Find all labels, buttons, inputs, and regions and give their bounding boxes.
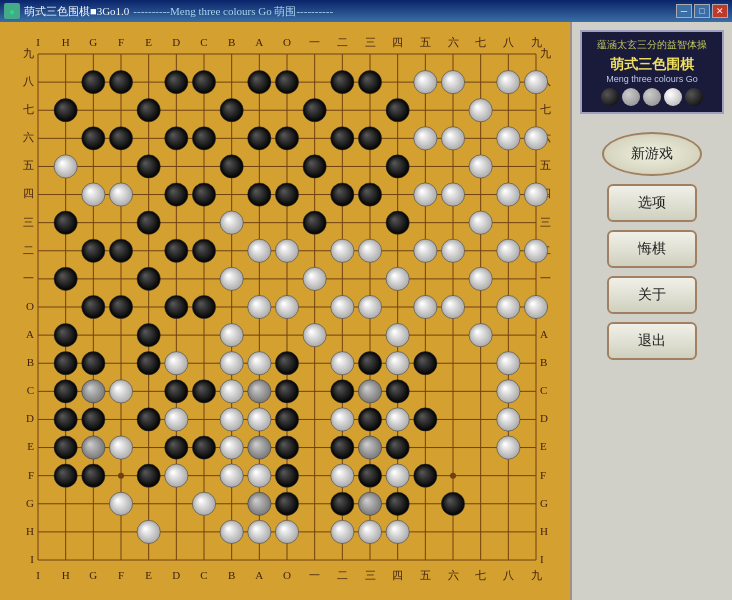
close-button[interactable]: ✕ [712, 4, 728, 18]
logo-stone-black [601, 88, 619, 106]
titlebar: ● 萌式三色围棋■3Go1.0 ----------Meng three col… [0, 0, 732, 22]
app-icon: ● [4, 3, 20, 19]
game-logo-box: 蕴涵太玄三分的益智体操 萌式三色围棋 Meng three colours Go [580, 30, 724, 114]
titlebar-left: ● 萌式三色围棋■3Go1.0 ----------Meng three col… [4, 3, 333, 19]
logo-stone-white [664, 88, 682, 106]
titlebar-subtitle: ----------Meng three colours Go 萌围------… [133, 4, 333, 19]
board-area [0, 22, 570, 600]
logo-title-en: Meng three colours Go [606, 74, 698, 84]
titlebar-buttons: ─ □ ✕ [676, 4, 728, 18]
main-container: 蕴涵太玄三分的益智体操 萌式三色围棋 Meng three colours Go… [0, 22, 732, 600]
right-panel: 蕴涵太玄三分的益智体操 萌式三色围棋 Meng three colours Go… [570, 22, 732, 600]
board-wrapper [10, 32, 558, 588]
logo-title-cn: 萌式三色围棋 [610, 56, 694, 74]
go-board[interactable] [10, 32, 558, 588]
regret-button[interactable]: 悔棋 [607, 230, 697, 268]
logo-subtitle: 蕴涵太玄三分的益智体操 [597, 38, 707, 52]
titlebar-title: 萌式三色围棋■3Go1.0 [24, 4, 129, 19]
quit-button[interactable]: 退出 [607, 322, 697, 360]
new-game-button[interactable]: 新游戏 [602, 132, 702, 176]
logo-stones [601, 88, 703, 106]
minimize-button[interactable]: ─ [676, 4, 692, 18]
options-button[interactable]: 选项 [607, 184, 697, 222]
logo-stone-black2 [685, 88, 703, 106]
maximize-button[interactable]: □ [694, 4, 710, 18]
about-button[interactable]: 关于 [607, 276, 697, 314]
logo-stone-gray1 [622, 88, 640, 106]
logo-stone-gray2 [643, 88, 661, 106]
